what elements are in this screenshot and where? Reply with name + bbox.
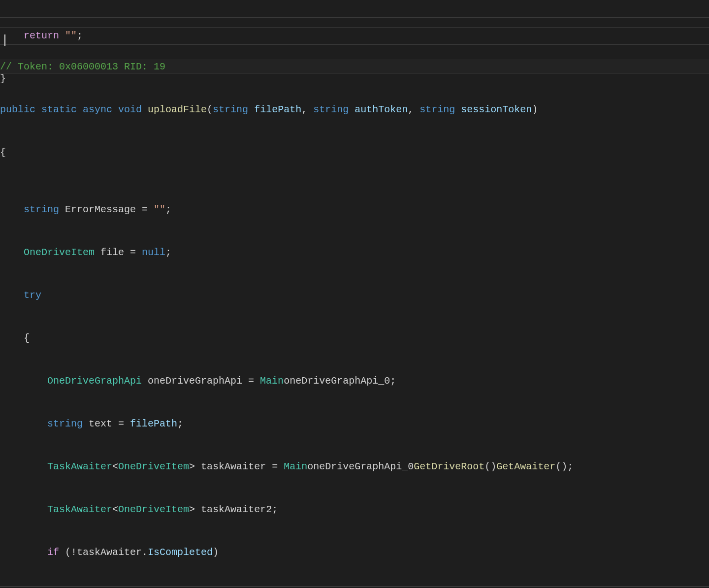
code-line[interactable]: OneDriveItem file = null;	[0, 245, 709, 260]
code-line[interactable]: // Token: 0x06000013 RID: 19	[0, 60, 709, 74]
code-line[interactable]: if (!taskAwaiter.IsCompleted)	[0, 545, 709, 559]
code-line[interactable]: string text = filePath;	[0, 417, 709, 431]
code-line[interactable]: TaskAwaiter<OneDriveItem> taskAwaiter2;	[0, 502, 709, 517]
code-line[interactable]: public static async void uploadFile(stri…	[0, 102, 709, 117]
code-line[interactable]: try	[0, 288, 709, 302]
code-line[interactable]: {	[0, 331, 709, 345]
editor-bottom-border	[0, 586, 709, 587]
code-line[interactable]: {	[0, 145, 709, 160]
code-editor[interactable]: return ""; } // Token: 0x06000013 RID: 1…	[0, 0, 709, 186]
comment-token: // Token: 0x06000013 RID: 19	[0, 61, 165, 72]
code-line[interactable]: TaskAwaiter<OneDriveItem> taskAwaiter = …	[0, 459, 709, 474]
code-line[interactable]: OneDriveGraphApi oneDriveGraphApi = Main…	[0, 374, 709, 388]
code-line[interactable]: string ErrorMessage = "";	[0, 202, 709, 217]
